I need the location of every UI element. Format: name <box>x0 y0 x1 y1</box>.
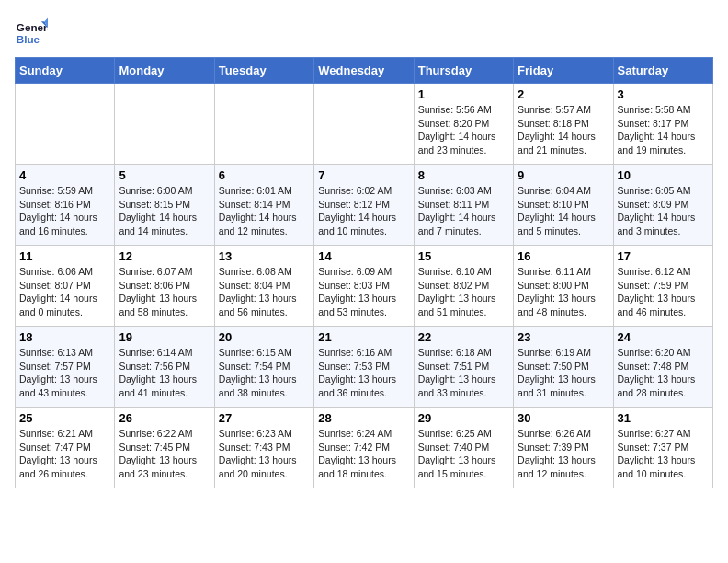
day-info: Sunrise: 6:15 AM Sunset: 7:54 PM Dayligh… <box>219 346 310 400</box>
calendar-cell: 19Sunrise: 6:14 AM Sunset: 7:56 PM Dayli… <box>115 327 214 408</box>
calendar-body: 1Sunrise: 5:56 AM Sunset: 8:20 PM Daylig… <box>16 84 713 488</box>
day-number: 17 <box>618 249 709 263</box>
day-info: Sunrise: 6:01 AM Sunset: 8:14 PM Dayligh… <box>219 184 310 238</box>
day-info: Sunrise: 5:59 AM Sunset: 8:16 PM Dayligh… <box>19 184 110 238</box>
calendar-week-row: 4Sunrise: 5:59 AM Sunset: 8:16 PM Daylig… <box>16 165 713 246</box>
day-info: Sunrise: 6:27 AM Sunset: 7:37 PM Dayligh… <box>618 427 709 481</box>
day-info: Sunrise: 6:03 AM Sunset: 8:11 PM Dayligh… <box>418 184 509 238</box>
day-info: Sunrise: 6:09 AM Sunset: 8:03 PM Dayligh… <box>318 265 409 319</box>
day-info: Sunrise: 6:26 AM Sunset: 7:39 PM Dayligh… <box>518 427 609 481</box>
day-info: Sunrise: 6:10 AM Sunset: 8:02 PM Dayligh… <box>418 265 509 319</box>
day-number: 5 <box>119 168 210 182</box>
page-header: General Blue <box>15 15 713 48</box>
day-info: Sunrise: 6:04 AM Sunset: 8:10 PM Dayligh… <box>518 184 609 238</box>
day-info: Sunrise: 6:16 AM Sunset: 7:53 PM Dayligh… <box>318 346 409 400</box>
calendar-cell: 17Sunrise: 6:12 AM Sunset: 7:59 PM Dayli… <box>613 246 712 327</box>
calendar-cell: 12Sunrise: 6:07 AM Sunset: 8:06 PM Dayli… <box>115 246 214 327</box>
calendar-cell: 5Sunrise: 6:00 AM Sunset: 8:15 PM Daylig… <box>115 165 214 246</box>
day-number: 21 <box>318 330 409 344</box>
day-number: 10 <box>618 168 709 182</box>
calendar-week-row: 25Sunrise: 6:21 AM Sunset: 7:47 PM Dayli… <box>16 408 713 488</box>
calendar-cell: 29Sunrise: 6:25 AM Sunset: 7:40 PM Dayli… <box>414 408 513 488</box>
day-info: Sunrise: 6:13 AM Sunset: 7:57 PM Dayligh… <box>19 346 110 400</box>
day-number: 3 <box>618 87 709 101</box>
day-number: 24 <box>618 330 709 344</box>
day-number: 1 <box>418 87 509 101</box>
day-info: Sunrise: 6:12 AM Sunset: 7:59 PM Dayligh… <box>618 265 709 319</box>
day-number: 4 <box>19 168 110 182</box>
day-number: 9 <box>518 168 609 182</box>
logo: General Blue <box>15 15 48 48</box>
calendar-week-row: 11Sunrise: 6:06 AM Sunset: 8:07 PM Dayli… <box>16 246 713 327</box>
weekday-header-cell: Friday <box>514 58 613 84</box>
calendar-cell: 2Sunrise: 5:57 AM Sunset: 8:18 PM Daylig… <box>514 84 613 165</box>
day-number: 30 <box>518 411 609 425</box>
day-number: 22 <box>418 330 509 344</box>
calendar-cell: 24Sunrise: 6:20 AM Sunset: 7:48 PM Dayli… <box>613 327 712 408</box>
calendar-cell: 7Sunrise: 6:02 AM Sunset: 8:12 PM Daylig… <box>314 165 414 246</box>
calendar-cell: 30Sunrise: 6:26 AM Sunset: 7:39 PM Dayli… <box>514 408 613 488</box>
weekday-header-cell: Sunday <box>16 58 115 84</box>
calendar-cell: 10Sunrise: 6:05 AM Sunset: 8:09 PM Dayli… <box>613 165 712 246</box>
calendar-cell: 14Sunrise: 6:09 AM Sunset: 8:03 PM Dayli… <box>314 246 414 327</box>
calendar-cell: 31Sunrise: 6:27 AM Sunset: 7:37 PM Dayli… <box>613 408 712 488</box>
weekday-header-cell: Wednesday <box>314 58 414 84</box>
calendar-cell: 16Sunrise: 6:11 AM Sunset: 8:00 PM Dayli… <box>514 246 613 327</box>
weekday-header-cell: Tuesday <box>214 58 313 84</box>
calendar-cell: 4Sunrise: 5:59 AM Sunset: 8:16 PM Daylig… <box>16 165 115 246</box>
calendar-week-row: 18Sunrise: 6:13 AM Sunset: 7:57 PM Dayli… <box>16 327 713 408</box>
calendar-cell: 15Sunrise: 6:10 AM Sunset: 8:02 PM Dayli… <box>414 246 513 327</box>
calendar-cell: 27Sunrise: 6:23 AM Sunset: 7:43 PM Dayli… <box>214 408 313 488</box>
weekday-header-cell: Monday <box>115 58 214 84</box>
day-number: 2 <box>518 87 609 101</box>
day-number: 8 <box>418 168 509 182</box>
calendar-cell: 20Sunrise: 6:15 AM Sunset: 7:54 PM Dayli… <box>214 327 313 408</box>
day-info: Sunrise: 5:56 AM Sunset: 8:20 PM Dayligh… <box>418 103 509 157</box>
calendar-table: SundayMondayTuesdayWednesdayThursdayFrid… <box>15 57 713 488</box>
day-info: Sunrise: 6:06 AM Sunset: 8:07 PM Dayligh… <box>19 265 110 319</box>
calendar-cell: 21Sunrise: 6:16 AM Sunset: 7:53 PM Dayli… <box>314 327 414 408</box>
day-info: Sunrise: 6:20 AM Sunset: 7:48 PM Dayligh… <box>618 346 709 400</box>
day-number: 29 <box>418 411 509 425</box>
calendar-week-row: 1Sunrise: 5:56 AM Sunset: 8:20 PM Daylig… <box>16 84 713 165</box>
day-number: 13 <box>219 249 310 263</box>
day-info: Sunrise: 6:07 AM Sunset: 8:06 PM Dayligh… <box>119 265 210 319</box>
day-info: Sunrise: 6:21 AM Sunset: 7:47 PM Dayligh… <box>19 427 110 481</box>
day-number: 12 <box>119 249 210 263</box>
calendar-cell: 9Sunrise: 6:04 AM Sunset: 8:10 PM Daylig… <box>514 165 613 246</box>
calendar-cell <box>214 84 313 165</box>
day-info: Sunrise: 5:58 AM Sunset: 8:17 PM Dayligh… <box>618 103 709 157</box>
day-info: Sunrise: 6:18 AM Sunset: 7:51 PM Dayligh… <box>418 346 509 400</box>
calendar-cell: 28Sunrise: 6:24 AM Sunset: 7:42 PM Dayli… <box>314 408 414 488</box>
calendar-cell: 1Sunrise: 5:56 AM Sunset: 8:20 PM Daylig… <box>414 84 513 165</box>
weekday-header-row: SundayMondayTuesdayWednesdayThursdayFrid… <box>16 58 713 84</box>
calendar-cell: 22Sunrise: 6:18 AM Sunset: 7:51 PM Dayli… <box>414 327 513 408</box>
day-number: 19 <box>119 330 210 344</box>
day-number: 28 <box>318 411 409 425</box>
day-number: 27 <box>219 411 310 425</box>
day-number: 26 <box>119 411 210 425</box>
calendar-cell: 6Sunrise: 6:01 AM Sunset: 8:14 PM Daylig… <box>214 165 313 246</box>
calendar-cell: 23Sunrise: 6:19 AM Sunset: 7:50 PM Dayli… <box>514 327 613 408</box>
calendar-cell: 3Sunrise: 5:58 AM Sunset: 8:17 PM Daylig… <box>613 84 712 165</box>
day-number: 20 <box>219 330 310 344</box>
day-number: 16 <box>518 249 609 263</box>
day-number: 23 <box>518 330 609 344</box>
calendar-cell <box>314 84 414 165</box>
day-info: Sunrise: 6:25 AM Sunset: 7:40 PM Dayligh… <box>418 427 509 481</box>
calendar-cell: 26Sunrise: 6:22 AM Sunset: 7:45 PM Dayli… <box>115 408 214 488</box>
svg-text:Blue: Blue <box>17 33 40 45</box>
calendar-cell <box>115 84 214 165</box>
day-info: Sunrise: 6:11 AM Sunset: 8:00 PM Dayligh… <box>518 265 609 319</box>
weekday-header-cell: Thursday <box>414 58 513 84</box>
day-number: 11 <box>19 249 110 263</box>
logo-icon: General Blue <box>15 15 48 48</box>
calendar-cell: 18Sunrise: 6:13 AM Sunset: 7:57 PM Dayli… <box>16 327 115 408</box>
calendar-cell: 11Sunrise: 6:06 AM Sunset: 8:07 PM Dayli… <box>16 246 115 327</box>
day-number: 6 <box>219 168 310 182</box>
day-info: Sunrise: 6:14 AM Sunset: 7:56 PM Dayligh… <box>119 346 210 400</box>
calendar-cell: 25Sunrise: 6:21 AM Sunset: 7:47 PM Dayli… <box>16 408 115 488</box>
day-info: Sunrise: 6:08 AM Sunset: 8:04 PM Dayligh… <box>219 265 310 319</box>
day-number: 25 <box>19 411 110 425</box>
weekday-header-cell: Saturday <box>613 58 712 84</box>
